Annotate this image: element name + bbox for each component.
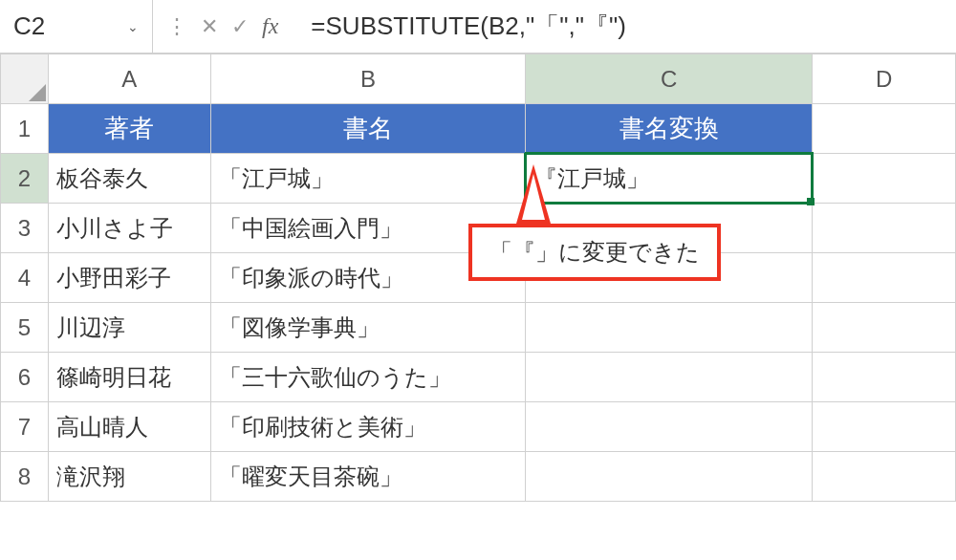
- row-header-7[interactable]: 7: [1, 402, 49, 452]
- name-box-value: C2: [13, 11, 45, 41]
- cell-C8[interactable]: [526, 452, 813, 502]
- cell-B3[interactable]: 「中国絵画入門」: [210, 204, 526, 253]
- row-header-2[interactable]: 2: [1, 154, 49, 204]
- dots-icon[interactable]: ⋮: [166, 14, 187, 39]
- col-header-A[interactable]: A: [48, 54, 210, 104]
- cell-B6[interactable]: 「三十六歌仙のうた」: [210, 353, 526, 402]
- cell-B2[interactable]: 「江戸城」: [210, 154, 526, 204]
- cell-C2[interactable]: 『江戸城」: [526, 154, 813, 204]
- cell-C1[interactable]: 書名変換: [526, 104, 813, 154]
- cell-D2[interactable]: [813, 154, 956, 204]
- cell-C6[interactable]: [526, 353, 813, 402]
- cell-A3[interactable]: 小川さよ子: [48, 204, 210, 253]
- spreadsheet-grid: A B C D 1 著者 書名 書名変換 2 板谷泰久 「江戸城」 『江戸城」 …: [0, 54, 956, 502]
- name-box-dropdown-icon[interactable]: ⌄: [127, 19, 139, 34]
- row-header-5[interactable]: 5: [1, 303, 49, 353]
- cell-C5[interactable]: [526, 303, 813, 353]
- formula-bar: C2 ⌄ ⋮ ✕ ✓ fx =SUBSTITUTE(B2,"「","『"): [0, 0, 956, 54]
- cell-D5[interactable]: [813, 303, 956, 353]
- row-header-3[interactable]: 3: [1, 204, 49, 253]
- corner-triangle-icon: [29, 84, 46, 101]
- cell-A1[interactable]: 著者: [48, 104, 210, 154]
- row-header-4[interactable]: 4: [1, 253, 49, 303]
- col-header-D[interactable]: D: [813, 54, 956, 104]
- cell-B1[interactable]: 書名: [210, 104, 526, 154]
- row-header-6[interactable]: 6: [1, 353, 49, 402]
- row-header-1[interactable]: 1: [1, 104, 49, 154]
- cell-B4[interactable]: 「印象派の時代」: [210, 253, 526, 303]
- cell-C4[interactable]: [526, 253, 813, 303]
- cell-A5[interactable]: 川辺淳: [48, 303, 210, 353]
- cell-B5[interactable]: 「図像学事典」: [210, 303, 526, 353]
- cell-B8[interactable]: 「曜変天目茶碗」: [210, 452, 526, 502]
- cell-D8[interactable]: [813, 452, 956, 502]
- cell-A7[interactable]: 高山晴人: [48, 402, 210, 452]
- name-box[interactable]: C2 ⌄: [0, 0, 153, 53]
- cancel-icon[interactable]: ✕: [201, 14, 218, 39]
- col-header-C[interactable]: C: [526, 54, 813, 104]
- cell-D7[interactable]: [813, 402, 956, 452]
- confirm-icon[interactable]: ✓: [231, 14, 249, 39]
- row-header-8[interactable]: 8: [1, 452, 49, 502]
- col-header-B[interactable]: B: [210, 54, 526, 104]
- cell-B7[interactable]: 「印刷技術と美術」: [210, 402, 526, 452]
- cell-A2[interactable]: 板谷泰久: [48, 154, 210, 204]
- cell-A4[interactable]: 小野田彩子: [48, 253, 210, 303]
- formula-bar-controls: ⋮ ✕ ✓ fx: [153, 13, 292, 39]
- cell-A8[interactable]: 滝沢翔: [48, 452, 210, 502]
- cell-C7[interactable]: [526, 402, 813, 452]
- select-all-corner[interactable]: [1, 54, 49, 104]
- cell-D4[interactable]: [813, 253, 956, 303]
- fx-label[interactable]: fx: [262, 13, 278, 39]
- formula-input[interactable]: =SUBSTITUTE(B2,"「","『"): [292, 0, 956, 53]
- cell-A6[interactable]: 篠崎明日花: [48, 353, 210, 402]
- cell-D3[interactable]: [813, 204, 956, 253]
- cell-D1[interactable]: [813, 104, 956, 154]
- cell-C3[interactable]: [526, 204, 813, 253]
- cell-D6[interactable]: [813, 353, 956, 402]
